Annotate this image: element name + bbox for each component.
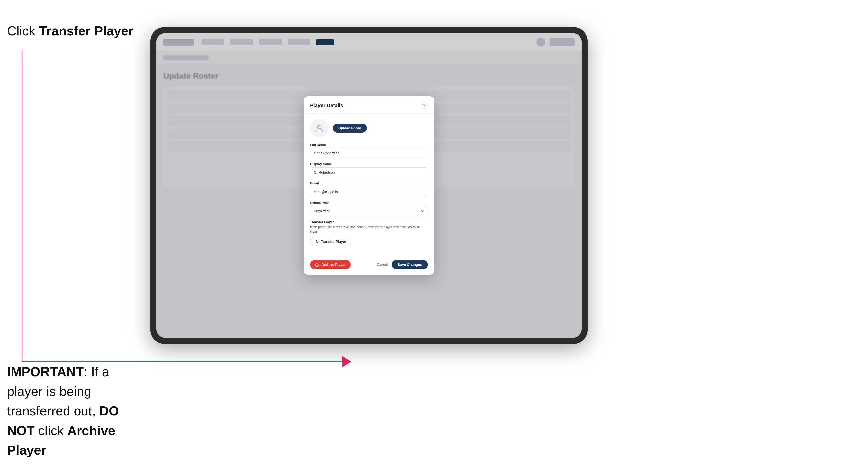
display-name-input[interactable] [310,167,428,178]
school-year-group: School Year First Year Second Year Third… [310,201,428,216]
archive-btn-label: Archive Player [321,263,346,267]
transfer-player-button[interactable]: ↻ Transfer Player [310,237,351,246]
player-details-modal: Player Details × Upload Photo [304,96,434,275]
modal-header: Player Details × [304,96,434,114]
important-label: IMPORTANT [7,365,84,379]
transfer-player-section: Transfer Player If this player has moved… [310,220,428,246]
modal-title: Player Details [310,102,343,108]
archive-icon: ◯ [315,263,319,267]
upload-photo-button[interactable]: Upload Photo [333,124,367,133]
save-changes-button[interactable]: Save Changes [392,260,428,269]
photo-placeholder [310,119,328,137]
full-name-label: Full Name [310,143,428,147]
tablet-screen: Update Roster Player Details × [156,33,582,338]
cancel-button[interactable]: Cancel [377,263,388,267]
modal-overlay: Player Details × Upload Photo [156,33,582,338]
photo-section: Upload Photo [310,119,428,137]
annotation-line-vertical [22,50,22,362]
do-not-text: click [35,423,67,438]
email-input[interactable] [310,187,428,197]
transfer-section-label: Transfer Player [310,220,428,224]
display-name-label: Display Name [310,162,428,166]
modal-close-button[interactable]: × [421,102,428,109]
email-group: Email [310,182,428,197]
click-instruction: Click Transfer Player [7,23,133,40]
footer-right: Cancel Save Changes [377,260,428,269]
transfer-player-btn-label: Transfer Player [321,240,346,244]
email-label: Email [310,182,428,185]
display-name-group: Display Name [310,162,428,178]
transfer-icon: ↻ [315,239,319,244]
instruction-prefix: Click [7,24,39,38]
modal-body: Upload Photo Full Name Display Name [304,114,434,256]
school-year-select[interactable]: First Year Second Year Third Year Fourth… [310,206,428,216]
user-icon [315,124,324,133]
transfer-section-description: If this player has moved to another scho… [310,225,428,234]
archive-player-button[interactable]: ◯ Archive Player [310,260,351,269]
full-name-input[interactable] [310,148,428,158]
instruction-bold: Transfer Player [39,24,133,38]
annotation-arrow [342,356,351,367]
school-year-label: School Year [310,201,428,205]
important-instruction: IMPORTANT: If a player is being transfer… [7,362,148,460]
tablet-device: Update Roster Player Details × [150,27,588,344]
svg-point-0 [317,125,321,129]
modal-footer: ◯ Archive Player Cancel Save Changes [304,256,434,275]
full-name-group: Full Name [310,143,428,158]
